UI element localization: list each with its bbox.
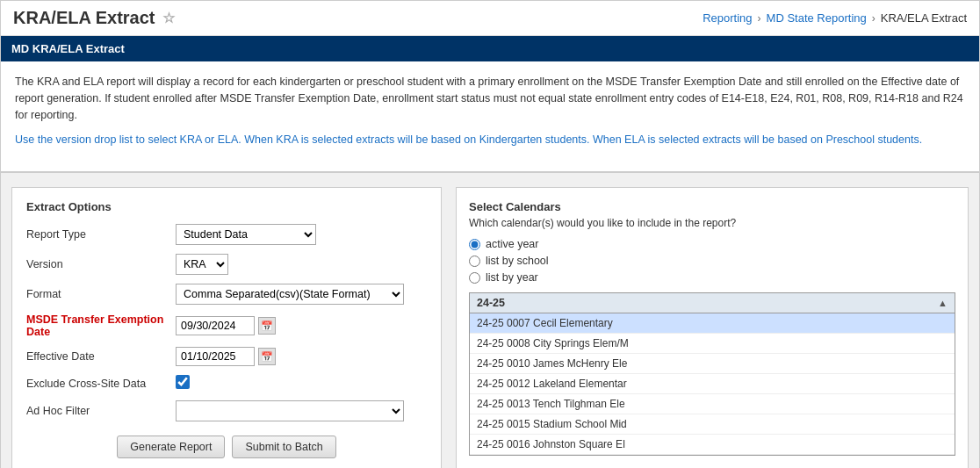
generate-report-button[interactable]: Generate Report bbox=[117, 436, 225, 458]
report-type-label: Report Type bbox=[26, 228, 176, 241]
submit-to-batch-button[interactable]: Submit to Batch bbox=[232, 436, 335, 458]
version-control: KRA ELA bbox=[176, 254, 427, 275]
effective-date-row: Effective Date 📅 bbox=[26, 347, 427, 366]
calendar-option-list-year-label: list by year bbox=[486, 271, 538, 284]
list-item[interactable]: 24-25 0008 City Springs Elem/M bbox=[470, 334, 955, 354]
list-item[interactable]: 24-25 0007 Cecil Elementary bbox=[470, 313, 955, 334]
favorite-icon[interactable]: ☆ bbox=[162, 10, 175, 26]
msde-date-calendar-icon[interactable]: 📅 bbox=[258, 317, 276, 335]
effective-date-calendar-icon[interactable]: 📅 bbox=[258, 348, 276, 365]
adhoc-filter-select[interactable] bbox=[176, 400, 404, 421]
calendars-title: Select Calendars bbox=[469, 200, 955, 213]
calendar-option-list-school-label: list by school bbox=[486, 255, 549, 267]
breadcrumb-md-state[interactable]: MD State Reporting bbox=[767, 11, 867, 25]
list-item[interactable]: 24-25 0016 Johnston Square El bbox=[470, 435, 955, 455]
breadcrumb-sep-1: › bbox=[758, 12, 761, 25]
calendar-scroll-up[interactable]: ▲ bbox=[938, 298, 948, 308]
page-title-container: KRA/ELA Extract ☆ bbox=[13, 8, 175, 28]
select-calendars-panel: Select Calendars Which calendar(s) would… bbox=[456, 187, 969, 468]
breadcrumb: Reporting › MD State Reporting › KRA/ELA… bbox=[703, 11, 967, 25]
adhoc-filter-control bbox=[176, 400, 427, 421]
calendar-radio-list-year[interactable] bbox=[469, 272, 480, 284]
exclude-cross-site-row: Exclude Cross-Site Data bbox=[26, 375, 427, 392]
calendar-option-active-year[interactable]: active year bbox=[469, 238, 955, 250]
version-select[interactable]: KRA ELA bbox=[176, 254, 228, 275]
extract-options-panel: Extract Options Report Type Student Data… bbox=[11, 187, 442, 468]
report-type-row: Report Type Student Data Summary Data bbox=[26, 224, 427, 245]
msde-date-input[interactable] bbox=[176, 316, 255, 335]
version-label: Version bbox=[26, 258, 176, 270]
calendar-list-header-label: 24-25 bbox=[477, 297, 505, 309]
breadcrumb-current: KRA/ELA Extract bbox=[881, 11, 967, 25]
list-item[interactable]: 24-25 0015 Stadium School Mid bbox=[470, 414, 955, 435]
section-header-label: MD KRA/ELA Extract bbox=[11, 42, 125, 55]
report-type-select[interactable]: Student Data Summary Data bbox=[176, 224, 316, 245]
version-row: Version KRA ELA bbox=[26, 254, 427, 275]
calendar-radio-list-school[interactable] bbox=[469, 256, 480, 267]
effective-date-label: Effective Date bbox=[26, 350, 176, 363]
exclude-cross-site-label: Exclude Cross-Site Data bbox=[26, 378, 176, 390]
section-header-bar: MD KRA/ELA Extract bbox=[1, 36, 979, 61]
effective-date-input[interactable] bbox=[176, 347, 255, 366]
page-header: KRA/ELA Extract ☆ Reporting › MD State R… bbox=[1, 1, 979, 36]
effective-date-control: 📅 bbox=[176, 347, 427, 366]
breadcrumb-reporting[interactable]: Reporting bbox=[703, 11, 752, 25]
page-title: KRA/ELA Extract bbox=[13, 8, 155, 28]
format-select[interactable]: Comma Separated(csv)(State Format) HTML … bbox=[176, 284, 404, 305]
list-item[interactable]: 24-25 0012 Lakeland Elementar bbox=[470, 374, 955, 394]
msde-date-control: 📅 bbox=[176, 316, 427, 335]
format-row: Format Comma Separated(csv)(State Format… bbox=[26, 284, 427, 305]
msde-date-row: MSDE Transfer Exemption Date 📅 bbox=[26, 313, 427, 338]
adhoc-filter-label: Ad Hoc Filter bbox=[26, 405, 176, 417]
adhoc-filter-row: Ad Hoc Filter bbox=[26, 400, 427, 421]
info-paragraph-1: The KRA and ELA report will display a re… bbox=[15, 74, 965, 123]
action-buttons: Generate Report Submit to Batch bbox=[26, 436, 427, 458]
exclude-cross-site-checkbox[interactable] bbox=[176, 375, 190, 389]
exclude-cross-site-control bbox=[176, 375, 427, 392]
calendar-option-list-year[interactable]: list by year bbox=[469, 271, 955, 284]
calendar-list-header: 24-25 ▲ bbox=[470, 293, 955, 313]
calendar-radio-active-year[interactable] bbox=[469, 239, 480, 250]
calendar-option-list-school[interactable]: list by school bbox=[469, 255, 955, 267]
msde-date-label: MSDE Transfer Exemption Date bbox=[26, 313, 176, 338]
calendar-option-active-year-label: active year bbox=[486, 238, 538, 250]
calendars-subtitle: Which calendar(s) would you like to incl… bbox=[469, 217, 955, 229]
format-control: Comma Separated(csv)(State Format) HTML … bbox=[176, 284, 427, 305]
list-item[interactable]: 24-25 0010 James McHenry Ele bbox=[470, 354, 955, 374]
info-paragraph-2-link[interactable]: Use the version drop list to select KRA … bbox=[15, 133, 922, 146]
calendar-list: 24-25 ▲ 24-25 0007 Cecil Elementary 24-2… bbox=[469, 292, 955, 456]
main-content: Extract Options Report Type Student Data… bbox=[1, 173, 979, 468]
format-label: Format bbox=[26, 288, 176, 300]
report-type-control: Student Data Summary Data bbox=[176, 224, 427, 245]
info-box: The KRA and ELA report will display a re… bbox=[1, 61, 979, 173]
breadcrumb-sep-2: › bbox=[872, 12, 876, 25]
list-item[interactable]: 24-25 0013 Tench Tilghman Ele bbox=[470, 394, 955, 414]
extract-options-title: Extract Options bbox=[26, 200, 427, 213]
